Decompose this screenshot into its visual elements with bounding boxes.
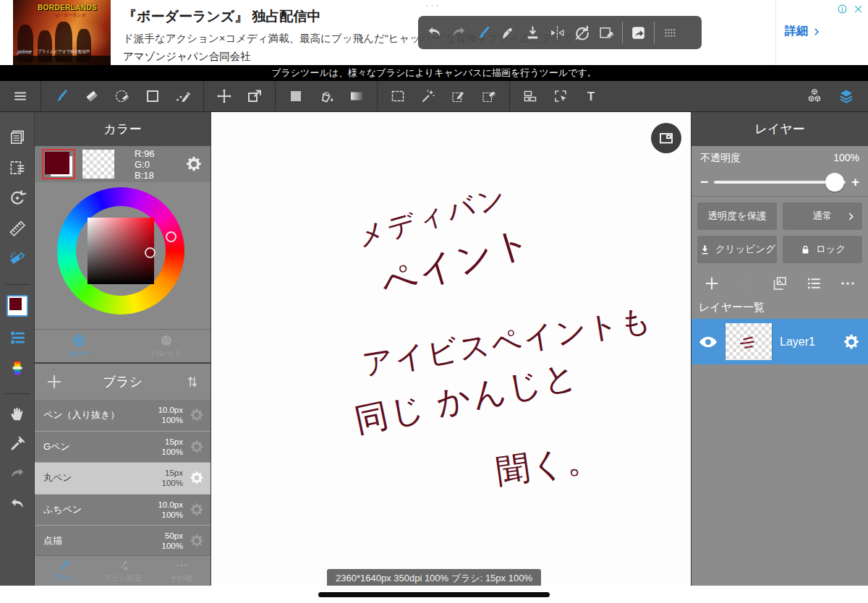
eyedropper-icon[interactable] <box>8 435 27 453</box>
brush-settings-gear-icon[interactable] <box>189 439 205 455</box>
bucket-tool-icon[interactable] <box>318 87 335 105</box>
home-indicator[interactable] <box>318 592 550 597</box>
transform-tool-icon[interactable] <box>246 87 263 105</box>
ad-banner[interactable]: BORDERLANDS ボーダーランズ prime プライムビデオで独占配信中 … <box>0 0 868 65</box>
color-settings-gear-icon[interactable] <box>184 155 203 174</box>
tab-brush[interactable]: ブラシ <box>35 556 93 586</box>
bottom-strip <box>0 586 868 603</box>
hue-indicator[interactable] <box>166 231 176 242</box>
materials-3d-icon[interactable] <box>806 87 823 105</box>
protect-alpha-button[interactable]: 透明度を保護 <box>697 202 777 230</box>
layers-panel-icon[interactable] <box>838 87 855 105</box>
airbrush-icon[interactable] <box>8 249 27 268</box>
eraser-tool-icon[interactable] <box>83 87 101 105</box>
brush-settings-gear-icon[interactable] <box>189 533 205 549</box>
hue-ring[interactable] <box>57 187 184 315</box>
select-menu-icon[interactable] <box>8 158 27 177</box>
magic-wand-icon[interactable] <box>420 87 437 105</box>
brush-row[interactable]: ペン（入り抜き） 10.0px100% <box>35 400 210 432</box>
brush-row[interactable]: 点描 50px100% <box>35 526 210 555</box>
opacity-slider-knob[interactable] <box>825 173 844 192</box>
layer-more-icon[interactable] <box>839 275 856 292</box>
blend-mode-label: 通常 <box>813 210 833 223</box>
brush-tool-icon[interactable] <box>475 24 493 42</box>
select-eraser-icon[interactable] <box>480 87 498 105</box>
brush-name: 点描 <box>43 534 162 547</box>
undo-icon[interactable] <box>425 24 443 42</box>
curve-pen-icon[interactable] <box>174 87 192 105</box>
color-bar-icon[interactable] <box>8 359 27 377</box>
tab-palette[interactable]: パレット <box>123 330 211 362</box>
brush-settings-tab-icon <box>116 558 130 573</box>
clipping-button[interactable]: クリッピング <box>697 236 777 263</box>
lock-button[interactable]: ロック <box>783 236 862 263</box>
ad-poster-image[interactable]: BORDERLANDS ボーダーランズ prime プライムビデオで独占配信中 <box>13 0 111 65</box>
add-layer-icon[interactable] <box>703 275 720 292</box>
brush-values: 15px100% <box>162 437 183 457</box>
text-tool-icon[interactable]: T <box>582 87 600 105</box>
layer-list-icon[interactable] <box>805 275 822 292</box>
drag-handle-icon[interactable] <box>661 24 679 42</box>
toolbar-handle-dots[interactable]: ··· <box>425 0 441 11</box>
redo-icon[interactable] <box>8 465 27 484</box>
opacity-slider-track[interactable] <box>714 181 846 184</box>
share-icon[interactable] <box>629 24 647 42</box>
select-cursor-icon[interactable] <box>552 87 569 105</box>
tab-brush-settings[interactable]: ブラシ設定 <box>93 556 152 586</box>
rotate-reset-icon[interactable] <box>573 24 591 42</box>
layer-settings-gear-icon[interactable] <box>842 333 861 351</box>
primary-color-swatch[interactable] <box>42 149 75 179</box>
rotate-canvas-icon[interactable] <box>8 189 27 208</box>
lasso-eraser-icon[interactable] <box>114 87 131 105</box>
brush-row[interactable]: ふちペン 10.0px100% <box>35 495 210 526</box>
navigator-toggle-button[interactable] <box>651 123 681 153</box>
ruler-icon[interactable] <box>8 219 27 238</box>
split-view-icon[interactable] <box>522 87 539 105</box>
tab-color[interactable]: カラー <box>35 330 123 362</box>
ad-detail-link[interactable]: 詳細 <box>785 24 822 39</box>
canvas[interactable]: メディバン ペイント アイビスペイントも 同じ かんじと 聞く。 2360*16… <box>211 112 691 586</box>
picture-in-picture-icon <box>658 129 675 147</box>
pen-tool-icon[interactable] <box>499 24 517 42</box>
handwriting-line: 聞く。 <box>493 436 603 495</box>
brush-list-icon[interactable] <box>8 328 27 347</box>
brush-settings-gear-icon[interactable] <box>189 470 205 486</box>
duplicate-layer-icon[interactable] <box>771 275 788 292</box>
tab-other[interactable]: その他 <box>152 556 210 586</box>
layer-thumbnail <box>725 323 773 360</box>
brush-row[interactable]: Gペン 15px100% <box>35 432 210 463</box>
layer-visibility-toggle[interactable] <box>692 331 725 353</box>
palette-tab-icon <box>159 333 174 348</box>
brush-settings-gear-icon[interactable] <box>189 502 205 518</box>
shape-rect-icon[interactable] <box>144 87 161 105</box>
ad-close-icon[interactable] <box>853 4 864 14</box>
current-color-swatch[interactable] <box>7 295 28 317</box>
brush-tool-icon[interactable] <box>53 87 70 105</box>
undo-icon[interactable] <box>8 495 27 514</box>
gradient-tool-icon[interactable] <box>348 87 365 105</box>
save-icon[interactable] <box>524 24 542 42</box>
fill-rect-icon[interactable] <box>287 87 305 105</box>
brush-settings-gear-icon[interactable] <box>189 407 205 423</box>
layer-row-selected[interactable]: Layer1 <box>692 319 868 364</box>
transparent-color-swatch[interactable] <box>82 150 114 179</box>
move-tool-icon[interactable] <box>216 87 233 105</box>
select-marquee-icon[interactable] <box>389 87 407 105</box>
redo-icon[interactable] <box>450 24 468 42</box>
clear-canvas-icon[interactable] <box>597 24 616 42</box>
poster-caption: プライムビデオで独占配信中 <box>38 49 90 54</box>
blend-mode-button[interactable]: 通常 <box>783 202 862 230</box>
ad-info-icon[interactable] <box>837 4 848 14</box>
menu-icon[interactable] <box>12 87 29 105</box>
opacity-plus-button[interactable]: + <box>851 175 859 189</box>
hand-tool-icon[interactable] <box>8 404 27 423</box>
gallery-icon[interactable] <box>8 128 27 147</box>
brush-row-selected[interactable]: 丸ペン 15px100% <box>35 463 210 495</box>
sv-indicator[interactable] <box>145 247 156 258</box>
toolbar-divider <box>654 22 655 43</box>
layer-list-label: レイヤー一覧 <box>692 295 868 319</box>
delete-layer-icon[interactable] <box>737 275 754 292</box>
opacity-minus-button[interactable]: − <box>700 175 708 189</box>
select-pen-icon[interactable] <box>450 87 467 105</box>
flip-horizontal-icon[interactable] <box>548 24 566 42</box>
